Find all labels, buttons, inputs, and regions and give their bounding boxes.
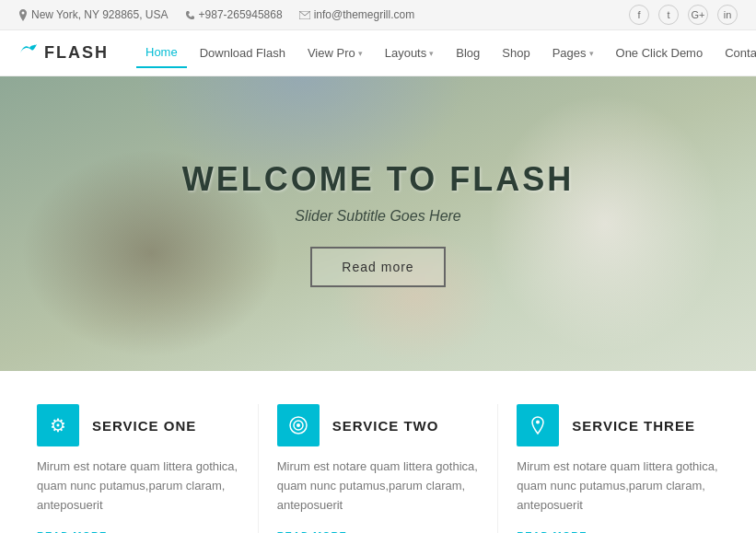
nav-pages[interactable]: Pages ▾: [543, 39, 603, 67]
logo-text: FLASH: [44, 43, 109, 63]
nav-shop[interactable]: Shop: [493, 39, 539, 67]
nav-download[interactable]: Download Flash: [191, 39, 295, 67]
service-text-3: Mirum est notare quam littera gothica, q…: [517, 458, 719, 515]
hero-subtitle: Slider Subtitle Goes Here: [182, 208, 574, 225]
top-bar-socials: f t G+ in: [629, 5, 738, 25]
linkedin-link[interactable]: in: [717, 5, 738, 25]
service-item-1: ⚙ SERVICE ONE Mirum est notare quam litt…: [18, 404, 259, 533]
nav-layouts[interactable]: Layouts ▾: [376, 39, 444, 67]
service-icon-2: [277, 404, 320, 446]
top-bar: New York, NY 928865, USA +987-265945868 …: [0, 0, 756, 30]
service-icon-1: ⚙: [37, 404, 79, 446]
nav-home[interactable]: Home: [136, 38, 187, 68]
target-icon: [288, 415, 308, 435]
service-text-1: Mirum est notare quam littera gothica, q…: [37, 458, 239, 515]
facebook-link[interactable]: f: [629, 5, 649, 25]
service-title-2: SERVICE TWO: [332, 418, 439, 434]
service-header-2: SERVICE TWO: [277, 404, 480, 446]
nav-blog[interactable]: Blog: [447, 39, 489, 67]
hero-title: WELCOME TO FLASH: [182, 160, 574, 199]
service-title-1: SERVICE ONE: [92, 418, 196, 434]
address: New York, NY 928865, USA: [18, 8, 169, 21]
service-item-2: SERVICE TWO Mirum est notare quam litter…: [259, 404, 499, 533]
hero-content: WELCOME TO FLASH Slider Subtitle Goes He…: [182, 160, 574, 287]
chevron-icon: ▾: [429, 49, 434, 58]
hero-cta-button[interactable]: Read more: [310, 247, 445, 287]
service-item-3: SERVICE THREE Mirum est notare quam litt…: [498, 404, 738, 533]
location-icon: [528, 415, 548, 435]
service-header-1: ⚙ SERVICE ONE: [37, 404, 239, 446]
logo-icon: [18, 41, 39, 66]
hero-section: WELCOME TO FLASH Slider Subtitle Goes He…: [0, 76, 756, 371]
svg-point-9: [536, 421, 540, 424]
service-header-3: SERVICE THREE: [517, 404, 719, 446]
service-title-3: SERVICE THREE: [572, 418, 695, 434]
phone: +987-265945868: [185, 8, 283, 21]
pin-icon: [18, 9, 28, 21]
googleplus-link[interactable]: G+: [688, 5, 708, 25]
chevron-icon: ▾: [589, 49, 594, 58]
phone-icon: [185, 10, 195, 20]
services-section: ⚙ SERVICE ONE Mirum est notare quam litt…: [0, 371, 756, 533]
logo[interactable]: FLASH: [18, 41, 109, 66]
main-nav: Home Download Flash View Pro ▾ Layouts ▾…: [136, 38, 756, 68]
header: FLASH Home Download Flash View Pro ▾ Lay…: [0, 30, 756, 76]
svg-point-8: [297, 423, 300, 427]
nav-oneclickdemo[interactable]: One Click Demo: [607, 39, 713, 67]
email-icon: [299, 11, 310, 19]
chevron-icon: ▾: [358, 49, 363, 58]
top-bar-left: New York, NY 928865, USA +987-265945868 …: [18, 8, 414, 21]
service-icon-3: [517, 404, 559, 446]
svg-point-0: [22, 11, 25, 14]
email: info@themegrill.com: [299, 8, 415, 21]
bird-svg: [18, 41, 39, 61]
nav-viewpro[interactable]: View Pro ▾: [298, 39, 372, 67]
twitter-link[interactable]: t: [658, 5, 679, 25]
service-text-2: Mirum est notare quam littera gothica, q…: [277, 458, 480, 515]
nav-contact[interactable]: Contact: [715, 39, 756, 67]
